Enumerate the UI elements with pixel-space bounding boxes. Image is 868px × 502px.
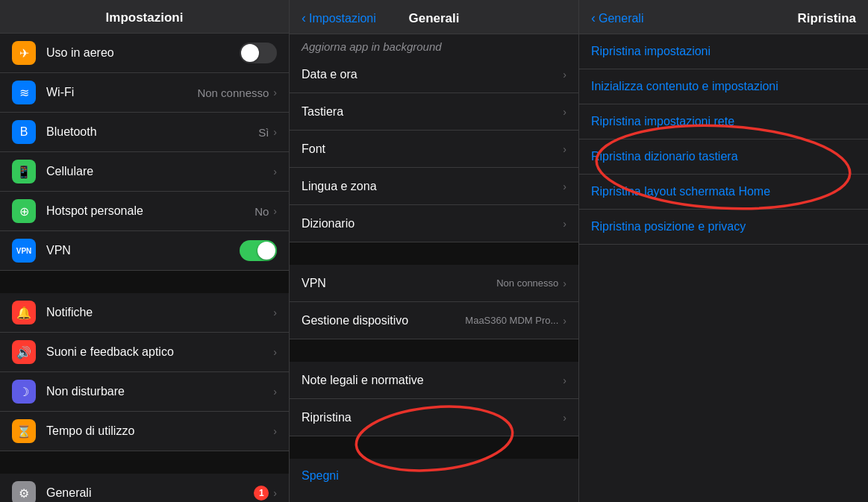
middle-tastiera-label: Tastiera (302, 105, 563, 119)
middle-item-lingua[interactable]: Lingua e zona› (290, 168, 578, 205)
middle-panel: ‹ Impostazioni Generali Aggiorna app in … (290, 0, 579, 502)
middle-tastiera-chevron: › (563, 106, 566, 118)
bluetooth-value: Sì (258, 126, 269, 139)
middle-lingua-chevron: › (563, 181, 566, 192)
middle-data-ora-label: Data e ora (302, 68, 563, 81)
middle-section-divider (290, 242, 578, 265)
ripristina-list: Ripristina impostazioniInizializza conte… (579, 34, 868, 245)
middle-data-ora-chevron: › (563, 69, 566, 81)
right-item-ripristina-dizionario[interactable]: Ripristina dizionario tastiera (579, 139, 868, 175)
middle-ripristina-label: Ripristina (302, 411, 563, 424)
middle-dizionario-label: Dizionario (302, 217, 563, 230)
cellulare-label: Cellulare (46, 165, 273, 178)
notifiche-icon: 🔔 (12, 301, 36, 324)
aereo-icon: ✈ (12, 41, 36, 65)
right-ripristina-rete-label: Ripristina impostazioni rete (591, 115, 734, 128)
left-item-vpn[interactable]: VPNVPN (0, 231, 289, 271)
middle-ripristina-chevron: › (563, 412, 566, 424)
right-ripristina-impostazioni-label: Ripristina impostazioni (591, 45, 711, 57)
right-back-button[interactable]: ‹ Generali (591, 10, 643, 26)
left-item-tempo[interactable]: ⌛Tempo di utilizzo› (0, 412, 289, 451)
wifi-chevron: › (273, 87, 277, 98)
tempo-chevron: › (273, 425, 277, 437)
right-ripristina-posizione-label: Ripristina posizione e privacy (591, 220, 746, 233)
faded-item: Aggiorna app in background (290, 34, 578, 56)
bluetooth-label: Bluetooth (46, 125, 258, 139)
nondisturbare-chevron: › (273, 386, 277, 398)
right-back-label: Generali (599, 12, 643, 25)
middle-back-button[interactable]: ‹ Impostazioni (302, 10, 376, 26)
wifi-label: Wi-Fi (46, 86, 197, 99)
middle-vpn2-chevron: › (563, 277, 566, 289)
generali-icon: ⚙ (12, 481, 36, 502)
wifi-value: Non connesso (197, 87, 269, 99)
suoni-label: Suoni e feedback aptico (46, 345, 273, 359)
right-ripristina-dizionario-label: Ripristina dizionario tastiera (591, 150, 738, 163)
vpn-icon: VPN (12, 239, 36, 263)
spegni-divider (290, 436, 578, 459)
nondisturbare-label: Non disturbare (46, 385, 273, 398)
middle-section-divider (290, 339, 578, 362)
vpn-toggle[interactable] (240, 240, 277, 261)
hotspot-icon: ⊕ (12, 199, 36, 223)
generali-badge: 1 (254, 486, 269, 501)
hotspot-chevron: › (273, 205, 277, 217)
middle-note-legali-chevron: › (563, 374, 566, 386)
right-item-ripristina-rete[interactable]: Ripristina impostazioni rete (579, 104, 868, 139)
left-item-cellulare[interactable]: 📱Cellulare› (0, 152, 289, 192)
left-item-notifiche[interactable]: 🔔Notifiche› (0, 293, 289, 333)
middle-title: Generali (408, 11, 459, 26)
middle-back-label: Impostazioni (309, 12, 376, 25)
vpn-label: VPN (46, 244, 240, 257)
middle-item-data-ora[interactable]: Data e ora› (290, 56, 578, 93)
suoni-chevron: › (273, 346, 277, 358)
left-item-nondisturbare[interactable]: ☽Non disturbare› (0, 372, 289, 412)
middle-item-dizionario[interactable]: Dizionario› (290, 205, 578, 242)
aereo-label: Uso in aereo (46, 46, 240, 60)
tempo-icon: ⌛ (12, 419, 36, 443)
middle-gestione-chevron: › (563, 315, 566, 327)
cellulare-icon: 📱 (12, 160, 36, 183)
middle-gestione-label: Gestione dispositivo (302, 314, 465, 327)
middle-gestione-value: MaaS360 MDM Pro... (465, 315, 558, 326)
right-panel: ‹ Generali Ripristina Ripristina imposta… (579, 0, 868, 502)
middle-item-font[interactable]: Font› (290, 131, 578, 168)
middle-item-gestione[interactable]: Gestione dispositivoMaaS360 MDM Pro...› (290, 302, 578, 339)
aereo-toggle[interactable] (240, 43, 277, 63)
back-chevron-icon: ‹ (302, 10, 306, 26)
right-item-ripristina-layout[interactable]: Ripristina layout schermata Home (579, 175, 868, 210)
generali-chevron: › (273, 487, 277, 499)
left-item-wifi[interactable]: ≋Wi-FiNon connesso› (0, 73, 289, 113)
middle-item-note-legali[interactable]: Note legali e normative› (290, 362, 578, 399)
wifi-icon: ≋ (12, 81, 36, 104)
middle-item-ripristina[interactable]: Ripristina› (290, 399, 578, 436)
middle-settings-list: Aggiorna app in background Data e ora›Ta… (290, 34, 578, 502)
right-back-chevron-icon: ‹ (591, 10, 596, 26)
right-item-ripristina-impostazioni[interactable]: Ripristina impostazioni (579, 34, 868, 69)
middle-lingua-label: Lingua e zona (302, 180, 563, 193)
left-header: Impostazioni (0, 0, 289, 34)
section-divider (0, 451, 289, 474)
right-item-ripristina-posizione[interactable]: Ripristina posizione e privacy (579, 210, 868, 245)
spegni-button[interactable]: Spegni (290, 459, 578, 493)
right-header: ‹ Generali Ripristina (579, 0, 868, 34)
generali-label: Generali (46, 486, 254, 500)
spegni-label: Spegni (302, 469, 339, 482)
notifiche-chevron: › (273, 307, 277, 319)
middle-item-vpn2[interactable]: VPNNon connesso› (290, 265, 578, 302)
left-item-suoni[interactable]: 🔊Suoni e feedback aptico› (0, 333, 289, 372)
middle-item-tastiera[interactable]: Tastiera› (290, 93, 578, 131)
middle-font-chevron: › (563, 143, 566, 155)
right-ripristina-layout-label: Ripristina layout schermata Home (591, 185, 770, 198)
left-item-bluetooth[interactable]: BBluetoothSì› (0, 113, 289, 152)
left-item-aereo[interactable]: ✈Uso in aereo (0, 34, 289, 73)
right-item-inizializza[interactable]: Inizializza contenuto e impostazioni (579, 69, 868, 104)
nondisturbare-icon: ☽ (12, 380, 36, 404)
left-title: Impostazioni (12, 10, 277, 25)
middle-font-label: Font (302, 142, 563, 156)
middle-vpn2-label: VPN (302, 277, 496, 290)
left-item-hotspot[interactable]: ⊕Hotspot personaleNo› (0, 192, 289, 231)
right-inizializza-label: Inizializza contenuto e impostazioni (591, 80, 778, 92)
middle-dizionario-chevron: › (563, 218, 566, 230)
left-item-generali[interactable]: ⚙Generali1› (0, 474, 289, 502)
